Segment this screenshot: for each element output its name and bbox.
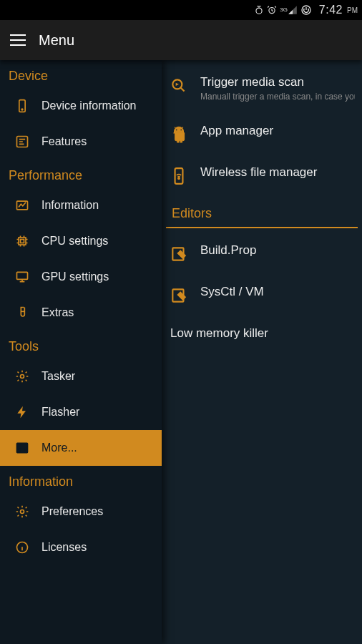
svg-point-10: [21, 375, 24, 379]
sidebar-item-preferences[interactable]: Preferences: [0, 494, 162, 530]
sidebar-item-label: Licenses: [41, 541, 87, 554]
navigation-drawer: Device Device information Features Perfo…: [0, 60, 162, 644]
sidebar-item-extras[interactable]: Extras: [0, 295, 162, 331]
app-bar: Menu: [0, 20, 362, 60]
phone-info-icon: [14, 98, 30, 114]
svg-rect-11: [17, 443, 28, 452]
svg-rect-9: [17, 272, 28, 279]
content-item-title: App manager: [200, 123, 355, 139]
chart-line-icon: [14, 197, 30, 213]
content-item-title: SysCtl / VM: [200, 284, 355, 300]
sidebar-item-cpu-settings[interactable]: CPU settings: [0, 223, 162, 259]
sidebar-item-label: Flasher: [41, 406, 79, 419]
app-bar-title: Menu: [39, 32, 74, 49]
test-tube-icon: [14, 305, 30, 321]
sidebar-item-information[interactable]: Information: [0, 187, 162, 223]
cpu-icon: [14, 233, 30, 249]
clock-time: 7:42: [319, 4, 343, 16]
sidebar-item-label: Information: [41, 199, 99, 212]
code-window-icon: [14, 440, 30, 456]
sidebar-item-gpu-settings[interactable]: GPU settings: [0, 259, 162, 295]
magnify-media-icon: [169, 76, 189, 96]
sidebar-item-flasher[interactable]: Flasher: [0, 394, 162, 430]
svg-point-12: [21, 510, 24, 514]
content-item-app-manager[interactable]: App manager: [162, 113, 362, 155]
features-icon: [14, 134, 30, 150]
lightning-icon: [14, 404, 30, 420]
content-item-sysctl-vm[interactable]: SysCtl / VM: [162, 274, 362, 316]
phone-wifi-icon: [169, 166, 189, 186]
sidebar-item-label: Preferences: [41, 505, 103, 518]
sidebar-item-more[interactable]: More...: [0, 430, 162, 466]
section-header-editors: Editors: [166, 196, 358, 228]
section-header-tools: Tools: [0, 331, 162, 358]
sidebar-item-licenses[interactable]: Licenses: [0, 530, 162, 565]
android-icon: [169, 125, 189, 145]
svg-point-18: [178, 177, 180, 179]
sidebar-item-label: Extras: [41, 306, 74, 319]
status-bar: 3G 7:42 PM: [0, 0, 362, 20]
gear-icon: [14, 504, 30, 519]
sidebar-item-device-information[interactable]: Device information: [0, 88, 162, 124]
svg-point-0: [256, 8, 262, 14]
svg-rect-8: [21, 240, 24, 243]
content-item-low-memory-killer[interactable]: Low memory killer: [162, 316, 362, 351]
content-pane: Trigger media scan Manuall trigger a med…: [162, 60, 362, 644]
monitor-icon: [14, 269, 30, 285]
svg-point-16: [180, 129, 182, 130]
sidebar-item-label: GPU settings: [41, 270, 109, 283]
content-item-title: Trigger media scan: [200, 74, 355, 90]
section-header-device: Device: [0, 60, 162, 88]
content-item-title: Wireless file manager: [200, 165, 355, 180]
sidebar-item-label: Features: [41, 135, 87, 148]
content-item-title: Low memory killer: [170, 326, 355, 341]
sidebar-item-label: More...: [41, 441, 77, 454]
section-header-performance: Performance: [0, 160, 162, 187]
content-item-subtitle: Manuall trigger a media scan, in case yo…: [200, 92, 355, 103]
svg-point-4: [21, 109, 23, 110]
edit-file-icon: [169, 286, 189, 306]
edit-file-icon: [169, 244, 189, 264]
alarm-icon: [267, 5, 277, 15]
sidebar-item-label: Tasker: [41, 370, 75, 383]
stopwatch-icon: [254, 5, 264, 15]
sidebar-item-label: Device information: [41, 99, 137, 112]
network-signal-icon: 3G: [280, 5, 298, 15]
power-circle-icon: [300, 4, 312, 16]
svg-point-15: [176, 129, 177, 130]
gear-icon: [14, 369, 30, 384]
content-item-wireless-file-manager[interactable]: Wireless file manager: [162, 155, 362, 196]
section-header-information: Information: [0, 466, 162, 494]
sidebar-item-label: CPU settings: [41, 235, 108, 248]
clock-ampm: PM: [347, 6, 358, 14]
content-item-title: Build.Prop: [200, 243, 355, 258]
info-circle-icon: [14, 540, 30, 555]
content-item-trigger-media-scan[interactable]: Trigger media scan Manuall trigger a med…: [162, 64, 362, 113]
svg-rect-7: [19, 238, 26, 245]
hamburger-menu-button[interactable]: [10, 34, 26, 46]
sidebar-item-features[interactable]: Features: [0, 124, 162, 160]
sidebar-item-tasker[interactable]: Tasker: [0, 358, 162, 394]
content-item-build-prop[interactable]: Build.Prop: [162, 233, 362, 274]
